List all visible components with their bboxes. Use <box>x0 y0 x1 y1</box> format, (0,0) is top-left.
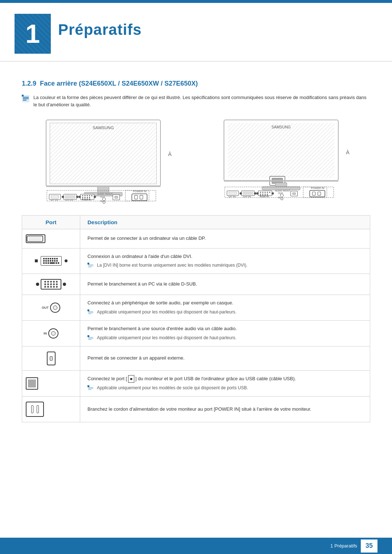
desc-cell-usb: Connectez le port [■] du moniteur et le … <box>80 370 370 397</box>
desc-cell-audio-out: Connectez à un périphérique de sortie au… <box>80 295 370 321</box>
chapter-title: Préparatifs <box>58 14 142 38</box>
svg-rect-104 <box>88 266 93 266</box>
svg-rect-16 <box>51 195 59 198</box>
audio-out-icon: OUT <box>26 303 76 313</box>
svg-rect-109 <box>88 313 91 314</box>
svg-point-68 <box>240 192 242 194</box>
svg-rect-4 <box>22 95 24 97</box>
svg-point-34 <box>89 197 90 198</box>
monitor-diagram-left: SAMSUNG À DP IN DVI IN <box>31 116 183 205</box>
table-row: Permet de se connecter à un appareil ext… <box>22 346 370 370</box>
svg-rect-1 <box>23 97 29 98</box>
svg-point-81 <box>265 194 266 195</box>
table-note-icon-2 <box>87 309 94 316</box>
svg-point-77 <box>267 192 268 193</box>
svg-point-82 <box>267 194 268 195</box>
svg-point-21 <box>76 196 78 198</box>
svg-text:IN: IN <box>100 200 103 202</box>
svg-rect-112 <box>88 338 93 339</box>
kensington-icon <box>26 352 76 365</box>
svg-rect-97 <box>318 192 320 195</box>
svg-point-36 <box>85 198 86 200</box>
svg-rect-93 <box>293 193 295 194</box>
svg-rect-115 <box>88 387 93 388</box>
svg-rect-95 <box>310 190 325 197</box>
svg-rect-48 <box>135 195 138 199</box>
svg-text:AUDIO IN/OUT: AUDIO IN/OUT <box>275 189 291 192</box>
desc-column-header: Description <box>80 215 370 229</box>
svg-rect-64 <box>229 192 237 194</box>
svg-point-32 <box>85 197 86 198</box>
note-text: La couleur et la forme des pièces peuven… <box>33 94 370 108</box>
desc-cell-kensington: Permet de se connecter à un appareil ext… <box>80 346 370 370</box>
svg-point-84 <box>262 195 264 196</box>
svg-point-24 <box>78 196 81 198</box>
port-cell-kensington <box>22 346 80 370</box>
svg-rect-10 <box>98 186 109 192</box>
svg-rect-114 <box>87 385 89 387</box>
svg-rect-67 <box>242 192 253 195</box>
dp-port-icon <box>26 234 45 243</box>
table-row: Connectez le port [■] du moniteur et le … <box>22 370 370 397</box>
svg-rect-61 <box>224 180 338 181</box>
svg-text:SAMSUNG: SAMSUNG <box>93 126 114 130</box>
svg-point-75 <box>262 192 264 193</box>
svg-point-69 <box>254 192 256 194</box>
svg-rect-116 <box>88 388 93 389</box>
svg-rect-113 <box>88 339 91 340</box>
port-column-header: Port <box>22 215 80 229</box>
monitor-diagram-right: SAMSUNG À DP IN DVI IN <box>209 116 361 205</box>
table-row: Permet le branchement à un PC via le câb… <box>22 274 370 295</box>
top-bar <box>0 0 392 3</box>
svg-rect-58 <box>275 183 287 187</box>
svg-point-78 <box>269 192 270 193</box>
svg-rect-19 <box>65 195 75 199</box>
monitor-svg-right: SAMSUNG À DP IN DVI IN <box>209 116 361 204</box>
svg-rect-8 <box>50 123 157 184</box>
desc-cell-dsub: Permet le branchement à un PC via le câb… <box>80 274 370 295</box>
svg-rect-96 <box>313 192 315 195</box>
main-content: 1.2.9 Face arrière (S24E650XL / S24E650X… <box>0 65 392 444</box>
svg-point-41 <box>102 198 105 201</box>
chapter-number: 1 <box>15 14 51 54</box>
table-note-icon-4 <box>87 385 94 392</box>
svg-point-74 <box>260 192 261 193</box>
svg-point-83 <box>260 195 261 196</box>
footer-chapter-label: 1 Préparatifs <box>330 543 357 549</box>
svg-point-31 <box>82 197 83 198</box>
note-box: La couleur et la forme des pièces peuven… <box>22 94 370 108</box>
monitor-svg-left: SAMSUNG À DP IN DVI IN <box>31 116 183 204</box>
dvi-port-icon <box>26 256 76 266</box>
svg-point-79 <box>260 194 261 195</box>
svg-rect-106 <box>87 309 89 311</box>
svg-rect-13 <box>46 185 160 187</box>
desc-cell-dp: Permet de se connecter à un ordinateur v… <box>80 229 370 248</box>
svg-point-29 <box>89 195 90 196</box>
svg-point-91 <box>281 198 283 200</box>
port-cell-dvi <box>22 248 80 274</box>
audio-in-icon: IN <box>26 328 76 338</box>
svg-rect-103 <box>88 264 93 265</box>
port-cell-usb <box>22 370 80 397</box>
usb-b-icon <box>26 377 38 390</box>
svg-point-25 <box>94 196 96 198</box>
desc-cell-power: Branchez le cordon d'alimentation de vot… <box>80 397 370 422</box>
port-cell-audio-in: IN <box>22 321 80 346</box>
svg-rect-105 <box>88 267 91 267</box>
svg-point-86 <box>267 195 268 196</box>
port-cell-dsub <box>22 274 80 295</box>
svg-rect-102 <box>87 263 89 264</box>
port-cell-dp <box>22 229 80 248</box>
svg-point-73 <box>271 192 274 194</box>
svg-point-72 <box>256 192 258 194</box>
table-note-icon <box>87 263 94 269</box>
svg-point-89 <box>280 194 283 197</box>
svg-point-27 <box>85 195 86 196</box>
svg-point-38 <box>89 198 90 200</box>
page-footer: 1 Préparatifs 35 <box>0 538 392 554</box>
svg-rect-110 <box>87 335 89 337</box>
page-number: 35 <box>361 539 377 553</box>
section-heading: 1.2.9 Face arrière (S24E650XL / S24E650X… <box>22 80 370 87</box>
svg-rect-45 <box>115 196 118 198</box>
note-icon <box>22 95 30 103</box>
